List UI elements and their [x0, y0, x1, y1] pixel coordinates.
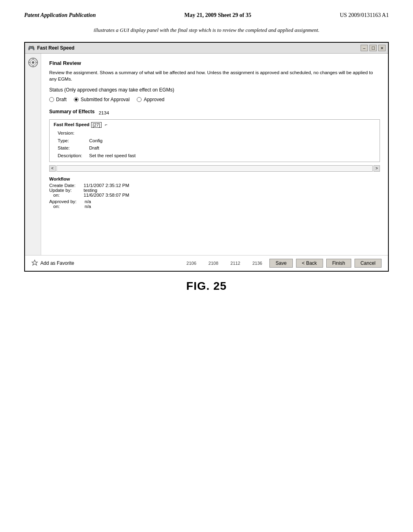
minimize-button[interactable]: –: [361, 45, 368, 51]
ref-2108: 2108: [209, 261, 218, 266]
workflow-approved-labels: Approved by: on:: [49, 199, 77, 209]
radio-submitted[interactable]: Submitted for Approval: [74, 97, 129, 102]
svg-point-2: [32, 61, 34, 64]
ref-2112: 2112: [230, 261, 240, 266]
restore-button[interactable]: ☐: [369, 45, 377, 51]
final-review-text: Review the assignment. Shows a summary o…: [49, 69, 380, 82]
summary-description-label: Description:: [58, 152, 86, 159]
footer-left: Add as Favorite: [31, 260, 74, 267]
summary-description-value: Set the reel speed fast: [89, 152, 136, 159]
approved-on-value: n/a: [85, 204, 91, 209]
summary-version-label: Version:: [58, 129, 75, 137]
summary-title: Summary of Effects: [49, 109, 95, 114]
sidebar-nav-icon: [27, 57, 39, 68]
back-button[interactable]: < Back: [296, 259, 323, 268]
radio-approved-label: Approved: [144, 97, 164, 102]
titlebar-left: 🎮 Fast Reel Speed: [27, 44, 75, 52]
approved-on-label: on:: [49, 204, 77, 209]
create-date-label: Create Date:: [49, 183, 75, 188]
summary-box: Fast Reel Speed [27] ⌐ Version: Type: Co…: [49, 119, 380, 162]
status-radio-group: Draft Submitted for Approval Approved: [49, 97, 380, 102]
summary-item-label: Fast Reel Speed: [54, 122, 90, 127]
workflow-approved-values: n/a n/a: [85, 199, 91, 209]
final-review-title: Final Review: [49, 60, 380, 66]
footer-ref-numbers: 2106 2108 2112 2136: [186, 261, 262, 266]
summary-bracket: [27]: [91, 122, 102, 128]
scroll-right-button[interactable]: >: [373, 165, 380, 172]
publication-title: Patent Application Publication: [24, 12, 96, 19]
page-header: Patent Application Publication May 21, 2…: [0, 0, 413, 23]
ref-2134: 2134: [99, 110, 109, 115]
update-on-value: 11/6/2007 3:58:07 PM: [83, 193, 129, 197]
dialog-footer: Add as Favorite 2106 2108 2112 2136 Save…: [25, 255, 388, 271]
dialog-title: Fast Reel Speed: [37, 45, 75, 51]
create-date-value: 11/1/2007 2:35:12 PM: [83, 183, 129, 188]
close-button[interactable]: ✕: [378, 45, 386, 51]
save-button[interactable]: Save: [269, 259, 292, 268]
dialog-sidebar: [25, 54, 41, 255]
update-by-label: Update by:: [49, 188, 75, 193]
figure-label: FIG. 25: [0, 280, 413, 293]
scroll-track[interactable]: [56, 165, 373, 172]
titlebar-controls: – ☐ ✕: [361, 45, 386, 51]
summary-brace: ⌐: [105, 122, 107, 127]
sheet-info: May 21, 2009 Sheet 29 of 35: [184, 12, 251, 19]
summary-type-value: Config: [89, 137, 102, 144]
patent-number: US 2009/0131163 A1: [340, 12, 389, 19]
ref-2136: 2136: [252, 261, 262, 266]
radio-draft-label: Draft: [56, 97, 67, 102]
svg-marker-7: [32, 260, 38, 265]
footer-right: 2106 2108 2112 2136 Save < Back Finish C…: [186, 259, 382, 268]
dialog-window: 🎮 Fast Reel Speed – ☐ ✕: [24, 42, 389, 272]
radio-submitted-circle[interactable]: [74, 97, 79, 102]
workflow-section: Workflow Create Date: Update by: on: 11/…: [49, 177, 380, 209]
dialog-body: Final Review Review the assignment. Show…: [25, 54, 388, 255]
scroll-left-button[interactable]: <: [49, 165, 56, 172]
radio-approved-circle[interactable]: [137, 97, 142, 102]
workflow-title: Workflow: [49, 177, 380, 181]
summary-version-row: Version:: [58, 129, 375, 137]
summary-scrollbar[interactable]: < >: [49, 165, 380, 172]
radio-draft[interactable]: Draft: [49, 97, 67, 102]
workflow-values-col: 11/1/2007 2:35:12 PM testing 11/6/2007 3…: [83, 183, 129, 197]
approved-by-value: n/a: [85, 199, 91, 204]
update-on-label: on:: [49, 193, 75, 197]
dialog-app-icon: 🎮: [27, 44, 35, 52]
dialog-titlebar: 🎮 Fast Reel Speed – ☐ ✕: [25, 43, 388, 54]
radio-submitted-label: Submitted for Approval: [81, 97, 129, 102]
update-by-value: testing: [83, 188, 129, 193]
ref-2106: 2106: [186, 261, 196, 266]
summary-type-label: Type:: [58, 137, 86, 144]
add-favorite-label[interactable]: Add as Favorite: [40, 260, 74, 266]
approved-by-label: Approved by:: [49, 199, 77, 204]
cancel-button[interactable]: Cancel: [355, 259, 382, 268]
radio-approved[interactable]: Approved: [137, 97, 164, 102]
summary-description-row: Description: Set the reel speed fast: [58, 152, 375, 159]
radio-draft-circle[interactable]: [49, 97, 54, 102]
finish-button[interactable]: Finish: [326, 259, 351, 268]
workflow-labels-col: Create Date: Update by: on:: [49, 183, 75, 197]
status-label: Status (Only approved changes may take e…: [49, 87, 380, 93]
favorite-icon: [31, 260, 38, 267]
summary-type-row: Type: Config: [58, 137, 375, 144]
summary-state-value: Draft: [89, 144, 99, 152]
dialog-content: Final Review Review the assignment. Show…: [41, 54, 388, 255]
figure-description: illustrates a GUI display panel with the…: [0, 23, 413, 34]
summary-state-label: State:: [58, 144, 86, 152]
summary-section: Summary of Effects 2134 Fast Reel Speed …: [49, 109, 380, 172]
summary-state-row: State: Draft: [58, 144, 375, 152]
